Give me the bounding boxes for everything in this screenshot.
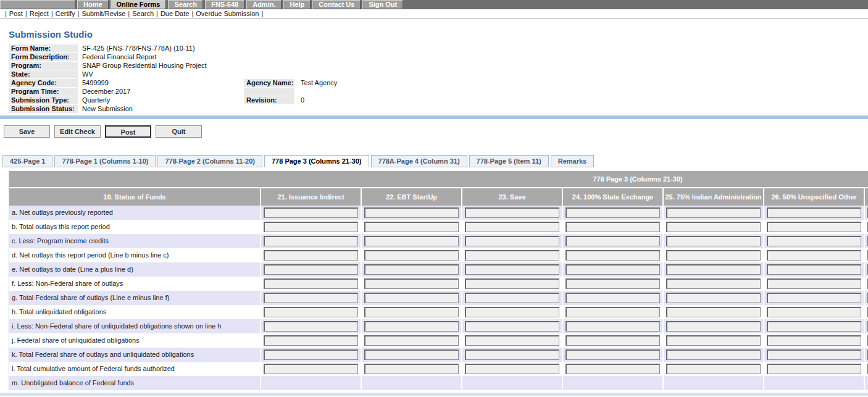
cell-input[interactable] (264, 236, 358, 246)
cell-input[interactable] (264, 278, 358, 289)
cell-input[interactable] (465, 293, 559, 303)
cell-input[interactable] (666, 364, 761, 374)
tab-778a-page-4-column-31[interactable]: 778A-Page 4 (Column 31) (371, 155, 467, 167)
cell-input[interactable] (565, 236, 660, 246)
cell-input[interactable] (364, 250, 459, 261)
separator: | (156, 10, 158, 17)
cell-input[interactable] (767, 293, 861, 303)
cell-input[interactable] (666, 293, 761, 303)
cell-input[interactable] (767, 349, 861, 360)
cell-input[interactable] (767, 335, 861, 346)
tab-425-page-1[interactable]: 425-Page 1 (2, 155, 52, 167)
cell-input[interactable] (465, 364, 559, 374)
cell-input[interactable] (465, 207, 559, 218)
cell-input[interactable] (465, 236, 559, 246)
subnav-item-overdue-submission[interactable]: Overdue Submission (196, 10, 259, 17)
cell-input[interactable] (264, 264, 358, 275)
cell-input[interactable] (465, 349, 559, 360)
subnav-item-search[interactable]: Search (132, 10, 154, 17)
tab-778-page-3-columns-21-30[interactable]: 778 Page 3 (Columns 21-30) (264, 155, 369, 167)
cell-input[interactable] (264, 364, 358, 374)
cell-input[interactable] (767, 307, 861, 317)
cell-input[interactable] (264, 207, 358, 218)
nav-item-admin[interactable]: Admin. (246, 0, 282, 9)
cell-input[interactable] (264, 250, 358, 261)
cell-input[interactable] (264, 335, 358, 346)
tab-778-page-2-columns-11-20[interactable]: 778-Page 2 (Columns 11-20) (157, 155, 262, 167)
tab-778-page-5-item-11[interactable]: 778-Page 5 (Item 11) (469, 155, 549, 167)
cell-input[interactable] (767, 321, 861, 332)
cell-input[interactable] (364, 278, 459, 289)
cell-input[interactable] (465, 321, 559, 332)
cell-input[interactable] (364, 222, 459, 232)
nav-item-help[interactable]: Help (283, 0, 311, 9)
cell-input[interactable] (264, 321, 358, 332)
tab-remarks[interactable]: Remarks (551, 155, 594, 167)
subnav-item-submit-revise[interactable]: Submit/Revise (81, 10, 125, 17)
cell-input[interactable] (465, 264, 559, 275)
cell-input[interactable] (465, 335, 559, 346)
cell-input[interactable] (666, 222, 761, 232)
nav-item-search[interactable]: Search (168, 0, 203, 9)
cell-input[interactable] (364, 293, 459, 303)
post-button[interactable]: Post (105, 125, 151, 138)
subnav-item-due-date[interactable]: Due Date (161, 10, 189, 17)
cell-input[interactable] (565, 335, 660, 346)
cell-input[interactable] (666, 207, 761, 218)
cell-input[interactable] (565, 222, 660, 232)
cell-input[interactable] (264, 293, 358, 303)
cell-input[interactable] (565, 364, 660, 374)
cell-input[interactable] (767, 278, 861, 289)
cell-input[interactable] (565, 207, 660, 218)
cell-input[interactable] (565, 307, 660, 317)
cell-input[interactable] (364, 321, 459, 332)
cell-input[interactable] (767, 207, 861, 218)
cell-input[interactable] (666, 236, 761, 246)
grid-cell (864, 305, 868, 319)
cell-input[interactable] (767, 222, 861, 232)
cell-input[interactable] (666, 264, 761, 275)
cell-input[interactable] (264, 222, 358, 232)
save-button[interactable]: Save (4, 125, 50, 138)
nav-item-online-forms[interactable]: Online Forms (111, 0, 167, 9)
cell-input[interactable] (565, 349, 660, 360)
cell-input[interactable] (666, 321, 761, 332)
cell-input[interactable] (666, 278, 761, 289)
nav-item-home[interactable]: Home (77, 0, 109, 9)
cell-input[interactable] (666, 307, 761, 317)
cell-input[interactable] (364, 364, 459, 374)
cell-input[interactable] (565, 321, 660, 332)
cell-input[interactable] (465, 278, 559, 289)
cell-input[interactable] (264, 349, 358, 360)
cell-input[interactable] (565, 293, 660, 303)
edit-check-button[interactable]: Edit Check (54, 125, 101, 138)
nav-item-sign-out[interactable]: Sign Out (362, 0, 403, 9)
cell-input[interactable] (767, 264, 861, 275)
cell-input[interactable] (364, 335, 459, 346)
subnav-item-reject[interactable]: Reject (30, 10, 49, 17)
cell-input[interactable] (666, 349, 761, 360)
cell-input[interactable] (364, 307, 459, 317)
cell-input[interactable] (465, 307, 559, 317)
cell-input[interactable] (364, 264, 459, 275)
cell-input[interactable] (767, 250, 861, 261)
nav-item-fns-648[interactable]: FNS-648 (205, 0, 244, 9)
cell-input[interactable] (565, 278, 660, 289)
cell-input[interactable] (364, 207, 459, 218)
cell-input[interactable] (767, 236, 861, 246)
cell-input[interactable] (264, 307, 358, 317)
cell-input[interactable] (465, 222, 559, 232)
subnav-item-certify[interactable]: Certify (56, 10, 75, 17)
cell-input[interactable] (364, 349, 459, 360)
cell-input[interactable] (465, 250, 559, 261)
cell-input[interactable] (666, 250, 761, 261)
tab-778-page-1-columns-1-10[interactable]: 778-Page 1 (Columns 1-10) (54, 155, 156, 167)
subnav-item-post[interactable]: Post (9, 10, 23, 17)
cell-input[interactable] (565, 250, 660, 261)
cell-input[interactable] (565, 264, 660, 275)
cell-input[interactable] (364, 236, 459, 246)
nav-item-contact-us[interactable]: Contact Us (312, 0, 361, 9)
cell-input[interactable] (767, 364, 861, 374)
quit-button[interactable]: Quit (156, 125, 202, 138)
cell-input[interactable] (666, 335, 761, 346)
